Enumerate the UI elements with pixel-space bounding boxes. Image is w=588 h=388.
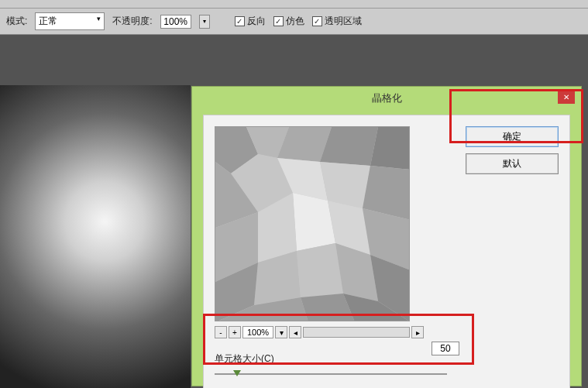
close-button[interactable]: ✕	[558, 90, 575, 104]
zoom-value[interactable]: 100%	[242, 326, 273, 338]
slider-thumb-icon[interactable]	[233, 370, 241, 376]
zoom-dropdown-icon[interactable]: ▾	[275, 326, 287, 338]
scroll-right-icon[interactable]: ▸	[411, 326, 424, 338]
preview-scrollbar-horizontal[interactable]	[303, 327, 410, 338]
cell-size-input[interactable]	[432, 342, 459, 355]
blend-mode-value: 正常	[39, 15, 57, 26]
transparency-checkbox[interactable]: ✓	[312, 16, 322, 26]
menu-bar	[0, 0, 588, 9]
options-bar: 模式: 正常 ▾ 不透明度: 100% ▾ ✓ 反向 ✓ 仿色 ✓ 透明区域	[0, 9, 588, 35]
zoom-in-button[interactable]: +	[229, 326, 241, 338]
zoom-out-button[interactable]: -	[215, 326, 227, 338]
blend-mode-select[interactable]: 正常 ▾	[35, 12, 105, 30]
close-icon: ✕	[563, 93, 569, 101]
dither-label: 仿色	[286, 15, 304, 28]
default-button[interactable]: 默认	[466, 153, 559, 174]
opacity-dropdown-icon[interactable]: ▾	[199, 15, 210, 29]
dialog-title: 晶格化	[192, 87, 581, 110]
dither-checkbox[interactable]: ✓	[273, 16, 284, 26]
ok-button[interactable]: 确定	[466, 126, 559, 147]
mode-label: 模式:	[6, 15, 27, 28]
dialog-body: - + 100% ▾ ◂ ▸ 单元格大小(C) 确定 默认	[203, 115, 570, 388]
opacity-input[interactable]: 100%	[160, 15, 191, 29]
crystallize-dialog: 晶格化 ✕	[191, 86, 582, 386]
invert-label: 反向	[247, 15, 266, 28]
svg-marker-17	[297, 243, 343, 297]
scroll-left-icon[interactable]: ◂	[289, 326, 301, 338]
cell-size-slider[interactable]	[215, 373, 447, 375]
cell-size-label: 单元格大小(C)	[215, 352, 274, 366]
canvas-gradient	[0, 85, 191, 388]
opacity-label: 不透明度:	[112, 15, 152, 28]
filter-preview[interactable]	[215, 126, 410, 321]
invert-checkbox[interactable]: ✓	[235, 16, 245, 26]
transparency-label: 透明区域	[325, 15, 362, 28]
